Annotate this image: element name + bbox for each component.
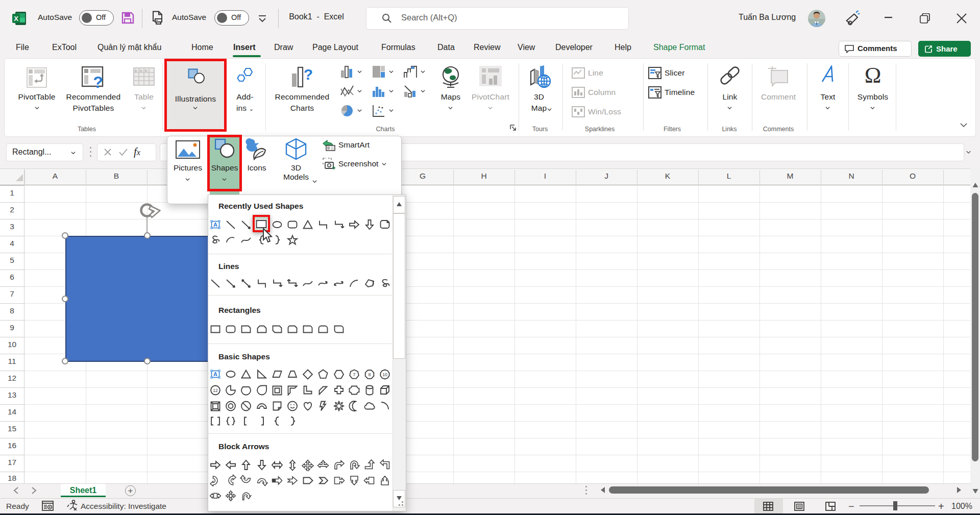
- svg-text:12: 12: [213, 388, 218, 393]
- svg-text:A: A: [213, 371, 217, 377]
- svg-text:7: 7: [353, 372, 355, 377]
- svg-text:A: A: [213, 222, 217, 228]
- svg-text:10: 10: [382, 372, 387, 377]
- svg-text:8: 8: [368, 372, 371, 377]
